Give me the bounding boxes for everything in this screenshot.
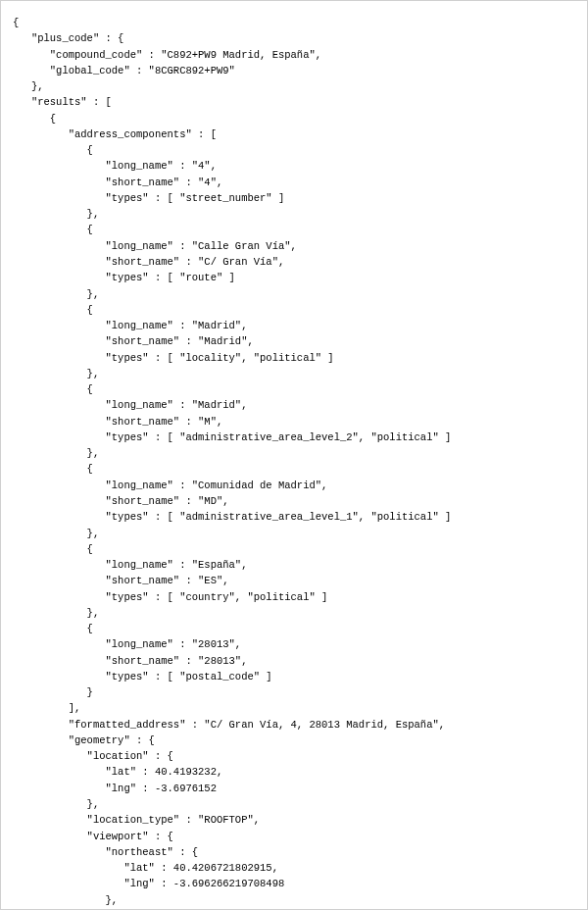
- json-code-block: { "plus_code" : { "compound_code" : "C89…: [13, 15, 575, 910]
- code-panel: { "plus_code" : { "compound_code" : "C89…: [0, 0, 588, 910]
